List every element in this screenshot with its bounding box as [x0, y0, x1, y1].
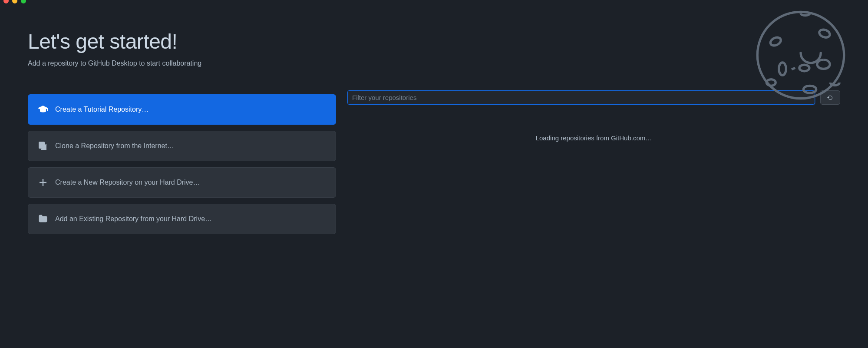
page-title: Let's get started! — [28, 30, 336, 53]
action-list: Create a Tutorial Repository… Clone a Re… — [28, 94, 336, 234]
window-minimize-button[interactable] — [12, 0, 17, 3]
page-subtitle: Add a repository to GitHub Desktop to st… — [28, 60, 336, 67]
plus-icon — [38, 177, 48, 188]
clone-repo-button[interactable]: Clone a Repository from the Internet… — [28, 131, 336, 161]
clone-repo-icon — [38, 141, 48, 151]
action-label: Add an Existing Repository from your Har… — [55, 215, 212, 223]
window-controls — [3, 0, 26, 3]
add-existing-repo-button[interactable]: Add an Existing Repository from your Har… — [28, 204, 336, 234]
folder-icon — [38, 214, 48, 224]
create-tutorial-button[interactable]: Create a Tutorial Repository… — [28, 94, 336, 125]
loading-status: Loading repositories from GitHub.com… — [347, 134, 840, 142]
create-new-repo-button[interactable]: Create a New Repository on your Hard Dri… — [28, 167, 336, 198]
refresh-icon — [827, 94, 834, 101]
window-close-button[interactable] — [3, 0, 9, 3]
graduation-cap-icon — [38, 104, 48, 115]
window-maximize-button[interactable] — [21, 0, 26, 3]
refresh-button[interactable] — [820, 90, 840, 105]
action-label: Create a New Repository on your Hard Dri… — [55, 179, 200, 186]
filter-repositories-input[interactable] — [347, 90, 815, 105]
action-label: Create a Tutorial Repository… — [55, 106, 149, 113]
action-label: Clone a Repository from the Internet… — [55, 142, 174, 150]
